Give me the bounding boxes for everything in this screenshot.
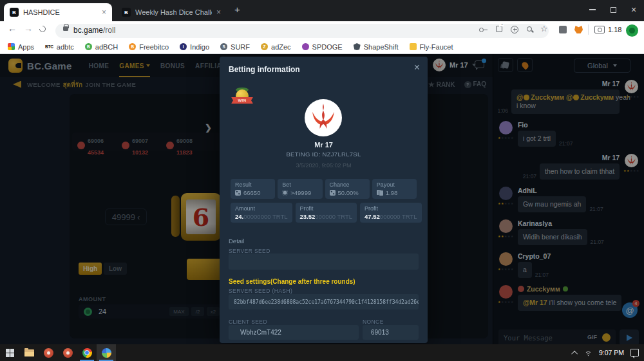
bookmark-item[interactable]: B adBCH (85, 43, 118, 51)
bookmark-item[interactable]: ShapeShift (354, 43, 399, 51)
new-tab-button[interactable]: + (234, 4, 240, 15)
extension-icon[interactable] (559, 26, 567, 33)
high-button[interactable]: High (79, 263, 102, 275)
window-close-button[interactable]: × (623, 0, 644, 19)
pinned-app-1[interactable] (39, 344, 58, 361)
bookmark-favicon (410, 43, 417, 50)
notification-dot (482, 59, 486, 63)
slot-cap (171, 196, 180, 237)
system-tray: 9:07 PM (573, 344, 644, 361)
zoom-search-icon[interactable] (526, 26, 535, 34)
target-number-box: 49999‹ (105, 208, 147, 225)
panel-collapse-icon[interactable]: ❯ (205, 123, 212, 133)
bookmark-item[interactable]: BTC adbtc (45, 43, 74, 51)
channel-select[interactable]: Global (574, 59, 630, 73)
chat-username[interactable]: Crypto_07 (518, 252, 551, 260)
bookmark-item[interactable]: SPDOGE (302, 43, 343, 51)
avatar[interactable] (499, 285, 513, 299)
mentions-button[interactable]: @4 (622, 302, 638, 318)
bookmark-star-icon[interactable]: ☆ (540, 24, 549, 32)
bookmark-item[interactable]: B Freebitco (129, 43, 169, 51)
amount-input[interactable]: 24 MAX /2 x2 (79, 304, 222, 319)
modal-close-icon[interactable]: × (414, 62, 420, 73)
chat-message: ★★★★★AdhiLGw mau ngemis ah21:07 (498, 187, 639, 212)
back-icon[interactable]: ← (8, 23, 17, 33)
bookmark-item[interactable]: Apps (8, 43, 34, 51)
browser-tab[interactable]: B HASHDICE × (4, 3, 112, 21)
tab-title: HASHDICE (23, 8, 97, 16)
window-maximize-button[interactable] (603, 0, 623, 19)
bookmark-item[interactable]: I Indigo (180, 43, 209, 51)
chat-username[interactable]: Mr 17 (602, 80, 620, 88)
add-circle-icon[interactable] (511, 26, 518, 33)
chat-username[interactable]: Fio (518, 121, 528, 129)
wifi-icon[interactable] (584, 349, 592, 356)
bookmark-item[interactable]: Z adZec (261, 43, 291, 51)
server-seed-input[interactable] (229, 254, 419, 270)
chat-dice-button[interactable] (498, 58, 513, 72)
chevron-left-icon: ‹ (137, 212, 140, 222)
avatar[interactable] (625, 154, 638, 167)
windows-logo-icon (6, 349, 14, 357)
half-button[interactable]: /2 (191, 307, 204, 316)
chat-username[interactable]: Zucckyмм (527, 285, 560, 293)
window-minimize-button[interactable] (582, 0, 603, 19)
nonce-input[interactable]: 69013 (363, 325, 419, 340)
double-button[interactable]: x2 (207, 307, 220, 316)
active-app-button[interactable] (97, 344, 116, 361)
start-button[interactable] (0, 344, 19, 361)
tab-close-icon[interactable]: × (216, 8, 221, 17)
browser-tab[interactable]: B Weekly Hash Dice Challenge - Se × (116, 3, 227, 21)
file-explorer-button[interactable] (19, 344, 39, 361)
chat-message-input[interactable] (498, 329, 616, 344)
share-icon[interactable] (496, 26, 502, 32)
avatar[interactable] (499, 219, 513, 233)
avatar[interactable] (499, 187, 513, 200)
pinned-app-2[interactable] (58, 344, 77, 361)
nav-item[interactable]: HOME (89, 54, 109, 77)
chat-username[interactable]: AdhiL (518, 187, 537, 194)
faq-link[interactable]: ?FAQ (464, 80, 487, 88)
forward-icon[interactable]: → (24, 23, 33, 33)
player-avatar[interactable] (305, 99, 342, 136)
nav-item[interactable]: BONUS (160, 54, 185, 77)
gif-button[interactable]: GIF (587, 334, 597, 340)
history-item[interactable]: 69006 45534 (77, 134, 104, 157)
url-text[interactable]: bc.game/roll (73, 26, 115, 35)
brand-title[interactable]: BC.Game (27, 60, 72, 71)
browser-profile-avatar[interactable] (626, 24, 638, 37)
chat-username[interactable]: Karinaslya (518, 219, 552, 227)
send-button[interactable] (620, 329, 639, 344)
chat-username[interactable]: Mr 17 (602, 154, 620, 162)
clock[interactable]: 9:07 PM (599, 349, 624, 356)
nav-item[interactable]: GAMES (119, 54, 150, 77)
history-item[interactable]: 69008 11823 (166, 134, 193, 157)
tray-expand-icon[interactable] (571, 350, 578, 356)
bookmark-item[interactable]: S SURF (220, 43, 250, 51)
history-item[interactable]: 69007 10132 (122, 134, 148, 157)
chrome-taskbar-button[interactable] (77, 344, 97, 361)
bet-button-partial[interactable] (187, 259, 222, 280)
low-button[interactable]: Low (104, 263, 127, 275)
mention[interactable]: @Zucckyмм (516, 93, 564, 101)
rank-link[interactable]: ★ RANK (428, 80, 455, 89)
wallet-extension-icon[interactable] (594, 26, 605, 33)
bookmark-item[interactable]: Fly-Faucet (410, 43, 453, 51)
avatar[interactable] (499, 252, 513, 266)
header-user[interactable]: Mr 17 (433, 59, 476, 71)
avatar[interactable] (499, 121, 513, 134)
mention[interactable]: @Zucckyмм (566, 93, 614, 101)
chat-toggle-icon[interactable] (475, 60, 484, 68)
tab-close-icon[interactable]: × (102, 8, 106, 17)
action-center-icon[interactable] (630, 349, 639, 356)
bcgame-logo-icon[interactable] (8, 59, 23, 73)
max-button[interactable]: MAX (169, 307, 189, 316)
address-bar[interactable] (55, 24, 549, 38)
emoji-button[interactable] (602, 333, 611, 342)
password-key-icon[interactable] (479, 26, 488, 34)
mention[interactable]: @Mr 17 (523, 299, 547, 306)
client-seed-input[interactable]: WbhzCmT422 (229, 325, 359, 340)
server-seed-hash-input[interactable]: 82bbf487d6ee238d6808ac52ce17a6767344790c… (229, 294, 419, 310)
avatar[interactable] (625, 80, 638, 93)
chat-rain-button[interactable] (517, 58, 533, 72)
